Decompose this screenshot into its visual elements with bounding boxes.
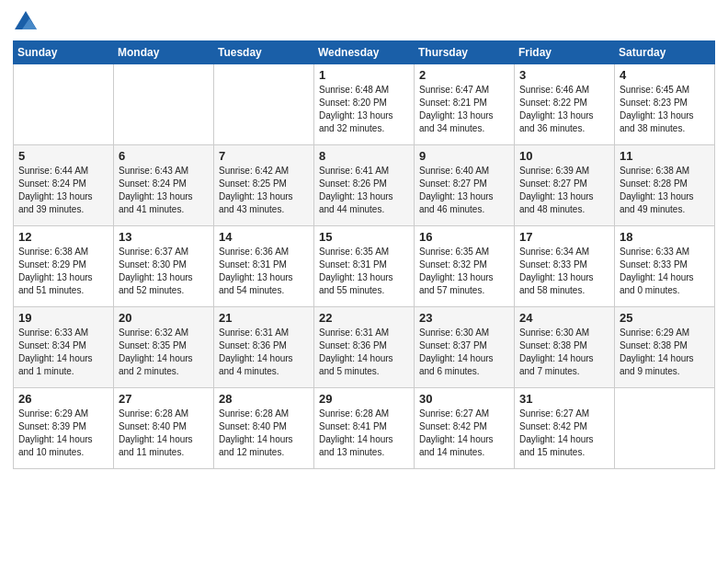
day-number: 3 — [519, 68, 609, 82]
day-info: Sunrise: 6:44 AM Sunset: 8:24 PM Dayligh… — [18, 165, 108, 216]
calendar-cell: 18Sunrise: 6:33 AM Sunset: 8:33 PM Dayli… — [615, 226, 715, 307]
calendar-week-row: 19Sunrise: 6:33 AM Sunset: 8:34 PM Dayli… — [14, 307, 715, 388]
day-info: Sunrise: 6:35 AM Sunset: 8:31 PM Dayligh… — [319, 246, 409, 297]
calendar-cell: 10Sunrise: 6:39 AM Sunset: 8:27 PM Dayli… — [515, 145, 615, 226]
calendar-cell: 27Sunrise: 6:28 AM Sunset: 8:40 PM Dayli… — [114, 388, 214, 469]
calendar-cell: 29Sunrise: 6:28 AM Sunset: 8:41 PM Dayli… — [314, 388, 415, 469]
calendar-week-row: 26Sunrise: 6:29 AM Sunset: 8:39 PM Dayli… — [14, 388, 715, 469]
day-number: 13 — [119, 230, 209, 244]
calendar-cell: 7Sunrise: 6:42 AM Sunset: 8:25 PM Daylig… — [214, 145, 314, 226]
calendar-cell: 30Sunrise: 6:27 AM Sunset: 8:42 PM Dayli… — [415, 388, 515, 469]
calendar-header-row: SundayMondayTuesdayWednesdayThursdayFrid… — [14, 41, 715, 64]
day-number: 12 — [18, 230, 108, 244]
calendar-cell — [214, 64, 314, 145]
day-info: Sunrise: 6:28 AM Sunset: 8:40 PM Dayligh… — [219, 408, 309, 459]
day-number: 19 — [18, 311, 108, 325]
day-number: 18 — [620, 230, 710, 244]
day-info: Sunrise: 6:27 AM Sunset: 8:42 PM Dayligh… — [419, 408, 509, 459]
day-number: 22 — [319, 311, 409, 325]
header — [13, 9, 715, 35]
day-info: Sunrise: 6:46 AM Sunset: 8:22 PM Dayligh… — [519, 84, 609, 135]
day-number: 2 — [419, 68, 509, 82]
day-info: Sunrise: 6:47 AM Sunset: 8:21 PM Dayligh… — [419, 84, 509, 135]
day-info: Sunrise: 6:31 AM Sunset: 8:36 PM Dayligh… — [319, 327, 409, 378]
day-number: 20 — [119, 311, 209, 325]
calendar-cell: 19Sunrise: 6:33 AM Sunset: 8:34 PM Dayli… — [14, 307, 114, 388]
page: SundayMondayTuesdayWednesdayThursdayFrid… — [0, 0, 728, 563]
day-number: 17 — [519, 230, 609, 244]
day-number: 28 — [219, 392, 309, 406]
calendar-week-row: 12Sunrise: 6:38 AM Sunset: 8:29 PM Dayli… — [14, 226, 715, 307]
day-number: 15 — [319, 230, 409, 244]
day-info: Sunrise: 6:38 AM Sunset: 8:29 PM Dayligh… — [18, 246, 108, 297]
calendar-cell: 5Sunrise: 6:44 AM Sunset: 8:24 PM Daylig… — [14, 145, 114, 226]
day-info: Sunrise: 6:33 AM Sunset: 8:33 PM Dayligh… — [620, 246, 710, 297]
calendar-week-row: 5Sunrise: 6:44 AM Sunset: 8:24 PM Daylig… — [14, 145, 715, 226]
logo — [13, 9, 42, 35]
calendar-day-header: Wednesday — [314, 41, 415, 64]
day-number: 27 — [119, 392, 209, 406]
calendar-cell: 17Sunrise: 6:34 AM Sunset: 8:33 PM Dayli… — [515, 226, 615, 307]
calendar-cell: 2Sunrise: 6:47 AM Sunset: 8:21 PM Daylig… — [415, 64, 515, 145]
day-info: Sunrise: 6:32 AM Sunset: 8:35 PM Dayligh… — [119, 327, 209, 378]
day-info: Sunrise: 6:40 AM Sunset: 8:27 PM Dayligh… — [419, 165, 509, 216]
day-number: 30 — [419, 392, 509, 406]
calendar-cell: 3Sunrise: 6:46 AM Sunset: 8:22 PM Daylig… — [515, 64, 615, 145]
day-info: Sunrise: 6:33 AM Sunset: 8:34 PM Dayligh… — [18, 327, 108, 378]
day-number: 31 — [519, 392, 609, 406]
calendar-day-header: Monday — [114, 41, 214, 64]
calendar-cell: 22Sunrise: 6:31 AM Sunset: 8:36 PM Dayli… — [314, 307, 415, 388]
day-number: 8 — [319, 149, 409, 163]
day-number: 9 — [419, 149, 509, 163]
day-number: 25 — [620, 311, 710, 325]
day-number: 5 — [18, 149, 108, 163]
calendar-cell: 6Sunrise: 6:43 AM Sunset: 8:24 PM Daylig… — [114, 145, 214, 226]
day-info: Sunrise: 6:34 AM Sunset: 8:33 PM Dayligh… — [519, 246, 609, 297]
calendar-cell: 16Sunrise: 6:35 AM Sunset: 8:32 PM Dayli… — [415, 226, 515, 307]
calendar-table: SundayMondayTuesdayWednesdayThursdayFrid… — [13, 40, 715, 469]
day-info: Sunrise: 6:28 AM Sunset: 8:40 PM Dayligh… — [119, 408, 209, 459]
day-info: Sunrise: 6:45 AM Sunset: 8:23 PM Dayligh… — [620, 84, 710, 135]
calendar-cell: 14Sunrise: 6:36 AM Sunset: 8:31 PM Dayli… — [214, 226, 314, 307]
calendar-day-header: Sunday — [14, 41, 114, 64]
day-number: 23 — [419, 311, 509, 325]
day-info: Sunrise: 6:35 AM Sunset: 8:32 PM Dayligh… — [419, 246, 509, 297]
calendar-day-header: Thursday — [415, 41, 515, 64]
calendar-cell: 9Sunrise: 6:40 AM Sunset: 8:27 PM Daylig… — [415, 145, 515, 226]
calendar-cell: 25Sunrise: 6:29 AM Sunset: 8:38 PM Dayli… — [615, 307, 715, 388]
day-info: Sunrise: 6:39 AM Sunset: 8:27 PM Dayligh… — [519, 165, 609, 216]
day-info: Sunrise: 6:31 AM Sunset: 8:36 PM Dayligh… — [219, 327, 309, 378]
calendar-cell: 28Sunrise: 6:28 AM Sunset: 8:40 PM Dayli… — [214, 388, 314, 469]
day-info: Sunrise: 6:42 AM Sunset: 8:25 PM Dayligh… — [219, 165, 309, 216]
day-info: Sunrise: 6:48 AM Sunset: 8:20 PM Dayligh… — [319, 84, 409, 135]
calendar-cell — [14, 64, 114, 145]
day-number: 1 — [319, 68, 409, 82]
day-info: Sunrise: 6:30 AM Sunset: 8:37 PM Dayligh… — [419, 327, 509, 378]
day-info: Sunrise: 6:36 AM Sunset: 8:31 PM Dayligh… — [219, 246, 309, 297]
day-info: Sunrise: 6:27 AM Sunset: 8:42 PM Dayligh… — [519, 408, 609, 459]
calendar-cell: 13Sunrise: 6:37 AM Sunset: 8:30 PM Dayli… — [114, 226, 214, 307]
calendar-cell: 12Sunrise: 6:38 AM Sunset: 8:29 PM Dayli… — [14, 226, 114, 307]
calendar-cell: 20Sunrise: 6:32 AM Sunset: 8:35 PM Dayli… — [114, 307, 214, 388]
day-number: 7 — [219, 149, 309, 163]
day-number: 11 — [620, 149, 710, 163]
day-info: Sunrise: 6:29 AM Sunset: 8:39 PM Dayligh… — [18, 408, 108, 459]
calendar-cell: 24Sunrise: 6:30 AM Sunset: 8:38 PM Dayli… — [515, 307, 615, 388]
day-number: 14 — [219, 230, 309, 244]
calendar-cell: 11Sunrise: 6:38 AM Sunset: 8:28 PM Dayli… — [615, 145, 715, 226]
day-info: Sunrise: 6:43 AM Sunset: 8:24 PM Dayligh… — [119, 165, 209, 216]
day-info: Sunrise: 6:30 AM Sunset: 8:38 PM Dayligh… — [519, 327, 609, 378]
day-info: Sunrise: 6:29 AM Sunset: 8:38 PM Dayligh… — [620, 327, 710, 378]
day-number: 4 — [620, 68, 710, 82]
day-info: Sunrise: 6:37 AM Sunset: 8:30 PM Dayligh… — [119, 246, 209, 297]
calendar-cell: 1Sunrise: 6:48 AM Sunset: 8:20 PM Daylig… — [314, 64, 415, 145]
calendar-cell: 8Sunrise: 6:41 AM Sunset: 8:26 PM Daylig… — [314, 145, 415, 226]
day-number: 10 — [519, 149, 609, 163]
calendar-day-header: Tuesday — [214, 41, 314, 64]
day-number: 16 — [419, 230, 509, 244]
day-number: 29 — [319, 392, 409, 406]
day-info: Sunrise: 6:38 AM Sunset: 8:28 PM Dayligh… — [620, 165, 710, 216]
day-info: Sunrise: 6:28 AM Sunset: 8:41 PM Dayligh… — [319, 408, 409, 459]
calendar-cell: 26Sunrise: 6:29 AM Sunset: 8:39 PM Dayli… — [14, 388, 114, 469]
calendar-week-row: 1Sunrise: 6:48 AM Sunset: 8:20 PM Daylig… — [14, 64, 715, 145]
